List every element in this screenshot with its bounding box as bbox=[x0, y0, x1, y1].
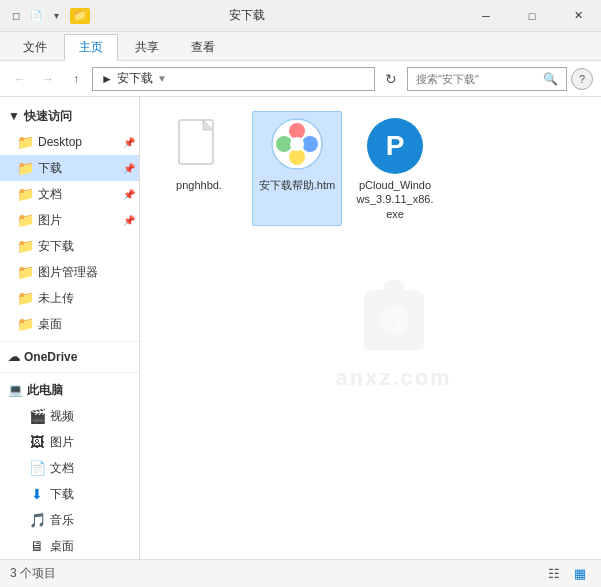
svg-point-6 bbox=[302, 136, 318, 152]
divider-2 bbox=[0, 372, 139, 373]
address-path[interactable]: ► 安下载 ▼ bbox=[92, 67, 375, 91]
sidebar-item-downloads[interactable]: ⬇ 下载 bbox=[0, 481, 139, 507]
file-icon-pcloud: P bbox=[365, 116, 425, 176]
sidebar-item-notuploaded[interactable]: 📁 未上传 bbox=[0, 285, 139, 311]
refresh-button[interactable]: ↻ bbox=[379, 67, 403, 91]
pcloud-logo-circle: P bbox=[367, 118, 423, 174]
up-button[interactable]: ↑ bbox=[64, 67, 88, 91]
title-bar: ◻ 📄 ▾ 📁 安下载 ─ □ ✕ bbox=[0, 0, 601, 32]
sidebar-label-desktop2: 桌面 bbox=[38, 316, 62, 333]
file-label-pcloud: pCloud_Windows_3.9.11_x86.exe bbox=[355, 178, 435, 221]
window-title: 安下载 bbox=[90, 7, 403, 24]
maximize-button[interactable]: □ bbox=[509, 0, 555, 32]
tab-file[interactable]: 文件 bbox=[8, 34, 62, 60]
sidebar-item-desktop[interactable]: 📁 Desktop 📌 bbox=[0, 129, 139, 155]
main-content: ▼ 快速访问 📁 Desktop 📌 📁 下载 📌 📁 文档 📌 📁 图片 bbox=[0, 97, 601, 559]
sidebar-label-download: 下载 bbox=[38, 160, 62, 177]
sidebar: ▼ 快速访问 📁 Desktop 📌 📁 下载 📌 📁 文档 📌 📁 图片 bbox=[0, 97, 140, 559]
path-arrow: ► bbox=[101, 72, 113, 86]
ribbon-tabs: 文件 主页 共享 查看 bbox=[0, 32, 601, 60]
sidebar-item-docs[interactable]: 📁 文档 📌 bbox=[0, 181, 139, 207]
tab-view[interactable]: 查看 bbox=[176, 34, 230, 60]
sidebar-label-desktop: Desktop bbox=[38, 135, 82, 149]
status-bar: 3 个项目 ☷ ▦ bbox=[0, 559, 601, 587]
forward-button[interactable]: → bbox=[36, 67, 60, 91]
quick-access-label: 快速访问 bbox=[24, 108, 72, 125]
svg-point-3 bbox=[289, 123, 305, 139]
path-chevron: ▼ bbox=[157, 73, 167, 84]
sidebar-item-music[interactable]: 🎵 音乐 bbox=[0, 507, 139, 533]
file-item-pnghhbd[interactable]: pnghhbd. bbox=[154, 111, 244, 226]
file-icon-generic bbox=[169, 116, 229, 176]
pin-icon-docs: 📌 bbox=[123, 189, 135, 200]
folder-icon-notuploaded: 📁 bbox=[16, 290, 34, 306]
sidebar-item-desk3[interactable]: 🖥 桌面 bbox=[0, 533, 139, 559]
folder-icon-desktop: 📁 bbox=[16, 134, 34, 150]
pictures-icon: 🖼 bbox=[28, 434, 46, 450]
title-bar-icons: ◻ 📄 ▾ bbox=[8, 8, 64, 24]
details-view-button[interactable]: ☷ bbox=[543, 563, 565, 585]
sidebar-item-documents[interactable]: 📄 文档 bbox=[0, 455, 139, 481]
pcloud-p-letter: P bbox=[386, 130, 405, 162]
watermark: anxz.com bbox=[335, 265, 451, 391]
onedrive-icon: ☁ bbox=[8, 350, 20, 364]
back-button[interactable]: ← bbox=[8, 67, 32, 91]
quick-access-header[interactable]: ▼ 快速访问 bbox=[0, 103, 139, 129]
watermark-text: anxz.com bbox=[335, 365, 451, 391]
this-pc-section: 💻 此电脑 🎬 视频 🖼 图片 📄 文档 ⬇ 下载 🎵 音乐 bbox=[0, 375, 139, 559]
file-label-htm: 安下载帮助.htm bbox=[259, 178, 335, 192]
path-label: 安下载 bbox=[117, 70, 153, 87]
sidebar-item-download[interactable]: 📁 下载 📌 bbox=[0, 155, 139, 181]
sidebar-item-videos[interactable]: 🎬 视频 bbox=[0, 403, 139, 429]
search-box[interactable]: 🔍 bbox=[407, 67, 567, 91]
title-bar-controls: ─ □ ✕ bbox=[463, 0, 601, 32]
computer-icon: 💻 bbox=[8, 383, 23, 397]
svg-point-0 bbox=[380, 306, 408, 334]
sidebar-label-music: 音乐 bbox=[50, 512, 74, 529]
sidebar-item-anxiazai[interactable]: 📁 安下载 bbox=[0, 233, 139, 259]
sidebar-label-desk3: 桌面 bbox=[50, 538, 74, 555]
desk3-icon: 🖥 bbox=[28, 538, 46, 554]
pin-icon-download: 📌 bbox=[123, 163, 135, 174]
folder-icon-desktop2: 📁 bbox=[16, 316, 34, 332]
search-icon: 🔍 bbox=[543, 72, 558, 86]
onedrive-label: OneDrive bbox=[24, 350, 77, 364]
file-item-pcloud[interactable]: P pCloud_Windows_3.9.11_x86.exe bbox=[350, 111, 440, 226]
sidebar-label-videos: 视频 bbox=[50, 408, 74, 425]
downloads-icon: ⬇ bbox=[28, 486, 46, 502]
minimize-button[interactable]: ─ bbox=[463, 0, 509, 32]
onedrive-header[interactable]: ☁ OneDrive bbox=[0, 344, 139, 370]
file-label-pnghhbd: pnghhbd. bbox=[176, 178, 222, 192]
sidebar-item-pics[interactable]: 📁 图片 📌 bbox=[0, 207, 139, 233]
sidebar-label-downloads: 下载 bbox=[50, 486, 74, 503]
sidebar-label-notuploaded: 未上传 bbox=[38, 290, 74, 307]
folder-icon-download: 📁 bbox=[16, 160, 34, 176]
file-area[interactable]: anxz.com pnghhbd. bbox=[140, 97, 601, 559]
close-button[interactable]: ✕ bbox=[555, 0, 601, 32]
this-pc-header[interactable]: 💻 此电脑 bbox=[0, 377, 139, 403]
address-bar: ← → ↑ ► 安下载 ▼ ↻ 🔍 ? bbox=[0, 61, 601, 97]
svg-point-4 bbox=[289, 149, 305, 165]
folder-icon-imgmgr: 📁 bbox=[16, 264, 34, 280]
ribbon: 文件 主页 共享 查看 bbox=[0, 32, 601, 61]
sidebar-label-imgmgr: 图片管理器 bbox=[38, 264, 98, 281]
watermark-bag-icon bbox=[344, 265, 444, 365]
file-item-htm[interactable]: 安下载帮助.htm bbox=[252, 111, 342, 226]
sidebar-item-desktop2[interactable]: 📁 桌面 bbox=[0, 311, 139, 337]
search-input[interactable] bbox=[416, 73, 539, 85]
sidebar-label-pics: 图片 bbox=[38, 212, 62, 229]
pin-icon-pics: 📌 bbox=[123, 215, 135, 226]
sidebar-item-imgmgr[interactable]: 📁 图片管理器 bbox=[0, 259, 139, 285]
folder-icon-docs: 📁 bbox=[16, 186, 34, 202]
folder-icon-pics: 📁 bbox=[16, 212, 34, 228]
files-grid: pnghhbd. 安下载帮助.htm bbox=[150, 107, 591, 230]
videos-icon: 🎬 bbox=[28, 408, 46, 424]
help-button[interactable]: ? bbox=[571, 68, 593, 90]
sidebar-item-pictures[interactable]: 🖼 图片 bbox=[0, 429, 139, 455]
window-icon-3: ▾ bbox=[48, 8, 64, 24]
tab-share[interactable]: 共享 bbox=[120, 34, 174, 60]
music-icon: 🎵 bbox=[28, 512, 46, 528]
tab-home[interactable]: 主页 bbox=[64, 34, 118, 61]
svg-point-7 bbox=[290, 137, 304, 151]
tiles-view-button[interactable]: ▦ bbox=[569, 563, 591, 585]
